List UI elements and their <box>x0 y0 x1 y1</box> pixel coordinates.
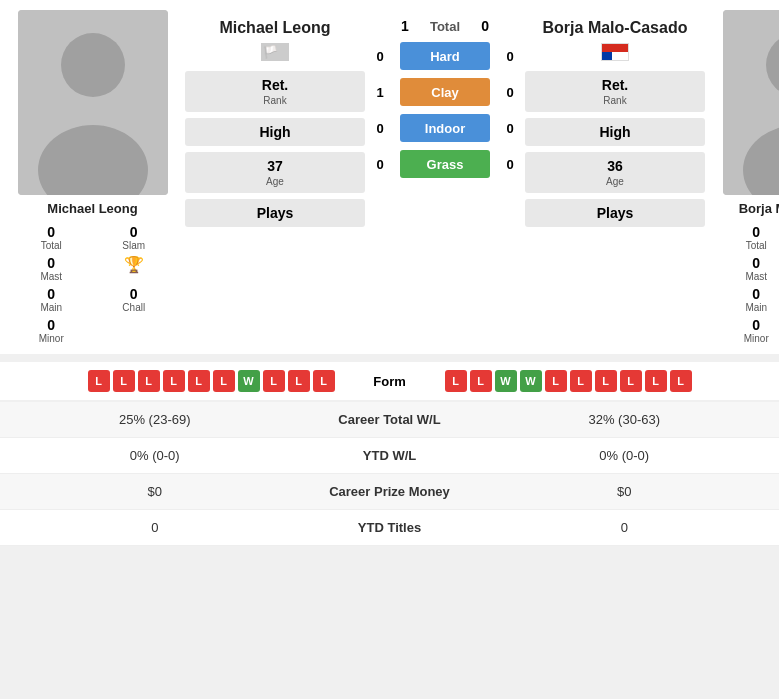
form-pill: L <box>113 370 135 392</box>
grass-badge: Grass <box>400 150 490 178</box>
form-section: LLLLLLWLLL Form LLWWLLLLLL <box>0 362 779 400</box>
form-pill: L <box>470 370 492 392</box>
player1-mast-stat: 0 Mast <box>15 255 88 282</box>
form-pill: L <box>188 370 210 392</box>
player1-total-stat: 0 Total <box>15 224 88 251</box>
player2-form: LLWWLLLLLL <box>445 370 770 392</box>
form-pill: L <box>670 370 692 392</box>
player2-ytd-titles: 0 <box>480 520 770 535</box>
form-pill: W <box>238 370 260 392</box>
player2-middle-panel: Borja Malo-Casado Ret. Rank High 36 <box>520 10 710 344</box>
player2-title: Borja Malo-Casado <box>543 18 688 37</box>
player2-total-stat: 0 Total <box>720 224 779 251</box>
player1-career-wl: 25% (23-69) <box>10 412 300 427</box>
ytd-wl-row: 0% (0-0) YTD W/L 0% (0-0) <box>0 438 779 474</box>
player2-country-flag <box>601 43 629 65</box>
form-label: Form <box>340 374 440 389</box>
player2-career-wl: 32% (30-63) <box>480 412 770 427</box>
form-pill: W <box>520 370 542 392</box>
player2-mast-stat: 0 Mast <box>720 255 779 282</box>
player1-form: LLLLLLWLLL <box>10 370 335 392</box>
form-pill: L <box>138 370 160 392</box>
hard-badge: Hard <box>400 42 490 70</box>
player2-career-prize: $0 <box>480 484 770 499</box>
ytd-wl-label: YTD W/L <box>300 448 480 463</box>
player1-name: Michael Leong <box>47 201 137 216</box>
form-pill: L <box>88 370 110 392</box>
form-pill: L <box>288 370 310 392</box>
form-pill: L <box>445 370 467 392</box>
player1-ytd-wl: 0% (0-0) <box>10 448 300 463</box>
player2-name: Borja Malo-Casado <box>739 201 779 216</box>
player1-chall-stat: 0 Chall <box>98 286 171 313</box>
clay-row: 1 Clay 0 <box>370 78 520 106</box>
indoor-row: 0 Indoor 0 <box>370 114 520 142</box>
player2-plays-box: Plays <box>525 199 705 227</box>
hard-row: 0 Hard 0 <box>370 42 520 70</box>
player1-career-prize: $0 <box>10 484 300 499</box>
svg-text:🏳️: 🏳️ <box>263 44 278 59</box>
player2-photo <box>723 10 780 195</box>
player1-photo <box>18 10 168 195</box>
player1-title: Michael Leong <box>219 18 330 37</box>
player1-minor-stat: 0 Minor <box>15 317 88 344</box>
player2-card: Borja Malo-Casado 0 Total 0 Slam 0 Mast … <box>710 10 779 344</box>
player2-stats: 0 Total 0 Slam 0 Mast 🏆 0 Main <box>710 224 779 344</box>
player2-main-stat: 0 Main <box>720 286 779 313</box>
career-prize-label: Career Prize Money <box>300 484 480 499</box>
top-section: Michael Leong 0 Total 0 Slam 0 Mast 🏆 <box>0 0 779 354</box>
form-pill: L <box>620 370 642 392</box>
indoor-badge: Indoor <box>400 114 490 142</box>
main-container: Michael Leong 0 Total 0 Slam 0 Mast 🏆 <box>0 0 779 546</box>
form-pill: L <box>213 370 235 392</box>
clay-badge: Clay <box>400 78 490 106</box>
form-pill: L <box>570 370 592 392</box>
player1-slam-stat: 0 Slam <box>98 224 171 251</box>
career-prize-row: $0 Career Prize Money $0 <box>0 474 779 510</box>
form-pill: W <box>495 370 517 392</box>
player1-card: Michael Leong 0 Total 0 Slam 0 Mast 🏆 <box>5 10 180 344</box>
player1-country-flag: 🏳️ <box>261 43 289 65</box>
player2-ytd-wl: 0% (0-0) <box>480 448 770 463</box>
player2-minor-stat: 0 Minor <box>720 317 779 344</box>
stats-table: 25% (23-69) Career Total W/L 32% (30-63)… <box>0 402 779 546</box>
player1-age-box: 37 Age <box>185 152 365 193</box>
form-pill: L <box>313 370 335 392</box>
form-pill: L <box>163 370 185 392</box>
player2-rank-box: Ret. Rank <box>525 71 705 112</box>
career-wl-label: Career Total W/L <box>300 412 480 427</box>
player1-plays-box: Plays <box>185 199 365 227</box>
svg-point-1 <box>61 33 125 97</box>
player2-age-box: 36 Age <box>525 152 705 193</box>
form-pill: L <box>263 370 285 392</box>
player1-trophy-icon: 🏆 <box>98 255 171 282</box>
form-pill: L <box>645 370 667 392</box>
player1-high-box: High <box>185 118 365 146</box>
player1-stats: 0 Total 0 Slam 0 Mast 🏆 0 Main <box>5 224 180 344</box>
center-panel: 1 Total 0 0 Hard 0 1 Clay 0 0 <box>370 10 520 344</box>
player1-ytd-titles: 0 <box>10 520 300 535</box>
form-pill: L <box>595 370 617 392</box>
total-row: 1 Total 0 <box>395 18 495 34</box>
career-wl-row: 25% (23-69) Career Total W/L 32% (30-63) <box>0 402 779 438</box>
ytd-titles-label: YTD Titles <box>300 520 480 535</box>
player1-rank-box: Ret. Rank <box>185 71 365 112</box>
ytd-titles-row: 0 YTD Titles 0 <box>0 510 779 546</box>
grass-row: 0 Grass 0 <box>370 150 520 178</box>
form-pill: L <box>545 370 567 392</box>
player1-main-stat: 0 Main <box>15 286 88 313</box>
player2-high-box: High <box>525 118 705 146</box>
player1-middle-panel: Michael Leong 🏳️ Ret. Rank High 37 Age P… <box>180 10 370 344</box>
